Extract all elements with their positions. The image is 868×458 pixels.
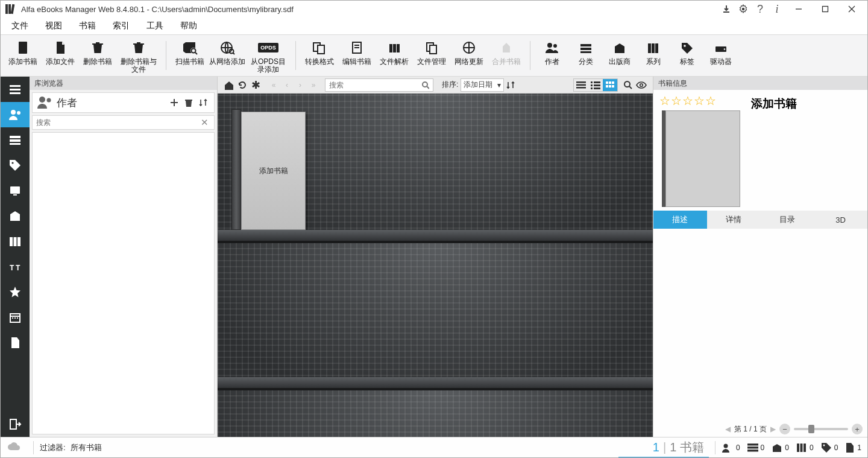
convert-format-button[interactable]: 转换格式	[301, 37, 338, 74]
stat-series[interactable]: 0	[796, 442, 814, 453]
svg-rect-87	[797, 444, 799, 452]
delete-author-button[interactable]	[181, 93, 196, 112]
home-button[interactable]	[222, 78, 236, 92]
add-from-opds-button[interactable]: OPDS从OPDS目 录添加	[246, 37, 291, 74]
book-shelf-view[interactable]: 添加书籍	[218, 94, 653, 437]
add-book-button[interactable]: 添加书籍	[4, 37, 42, 74]
tab-toc[interactable]: 目录	[761, 211, 814, 229]
view-details-button[interactable]	[588, 79, 603, 91]
tab-description[interactable]: 描述	[653, 211, 707, 229]
browser-search-input[interactable]	[36, 118, 199, 127]
iconbar-publishers[interactable]	[1, 203, 30, 229]
edit-book-button[interactable]: 编辑书籍	[338, 37, 376, 74]
download-icon[interactable]	[718, 1, 735, 17]
menu-view[interactable]: 视图	[37, 17, 71, 34]
stat-publishers[interactable]: 0	[772, 442, 789, 453]
sort-select[interactable]: 添加日期▾	[461, 78, 504, 92]
stat-categories[interactable]: 0	[747, 443, 765, 453]
window-maximize[interactable]	[812, 1, 838, 17]
tags-button[interactable]: 标签	[670, 37, 704, 74]
publishers-button[interactable]: 出版商	[603, 37, 637, 74]
browser-search-box[interactable]: ✕	[32, 115, 215, 130]
pager-next-icon[interactable]: ▶	[770, 425, 776, 433]
series-button[interactable]: 系列	[637, 37, 670, 74]
iconbar-tags[interactable]	[1, 153, 30, 178]
file-parse-button[interactable]: 文件解析	[376, 37, 413, 74]
svg-point-3	[742, 8, 745, 11]
filter-value[interactable]: 所有书籍	[71, 442, 102, 453]
delete-book-file-button[interactable]: 删除书籍与 文件	[116, 37, 161, 74]
svg-rect-78	[609, 85, 611, 87]
nav-next-button[interactable]: ›	[294, 78, 307, 92]
sort-authors-button[interactable]	[196, 93, 210, 112]
star-button[interactable]: ✱	[249, 78, 262, 92]
menu-bar: 文件 视图 书籍 索引 工具 帮助	[1, 17, 867, 34]
view-list-button[interactable]	[574, 79, 588, 91]
app-logo-icon	[4, 2, 17, 16]
book-item[interactable]: 添加书籍	[231, 109, 306, 230]
menu-index[interactable]: 索引	[104, 17, 138, 34]
help-icon[interactable]: ?	[752, 1, 769, 17]
iconbar-text[interactable]: TT	[1, 254, 30, 279]
info-book-cover[interactable]	[665, 110, 740, 207]
iconbar-series[interactable]	[1, 229, 30, 254]
title-bar: Alfa eBooks Manager Web 8.4.80.1 - C:\Us…	[1, 1, 867, 17]
add-from-web-button[interactable]: 从网络添加	[209, 37, 246, 74]
settings-icon[interactable]	[735, 1, 752, 17]
view-grid-button[interactable]	[603, 79, 617, 91]
svg-rect-32	[652, 43, 655, 53]
tab-details[interactable]: 详情	[707, 211, 761, 229]
visibility-button[interactable]	[635, 78, 648, 92]
refresh-button[interactable]	[236, 78, 249, 92]
sort-direction-button[interactable]	[504, 78, 517, 92]
drives-button[interactable]: 驱动器	[704, 37, 738, 74]
delete-book-button[interactable]: 删除书籍	[79, 37, 116, 74]
web-update-button[interactable]: 网络更新	[450, 37, 488, 74]
iconbar-menu[interactable]	[1, 77, 30, 102]
zoom-slider[interactable]	[794, 428, 848, 430]
window-close[interactable]	[838, 1, 865, 17]
scan-books-button[interactable]: 扫描书籍	[171, 37, 209, 74]
categories-button[interactable]: 分类	[569, 37, 603, 74]
iconbar-favorites[interactable]	[1, 279, 30, 305]
svg-rect-73	[594, 87, 600, 89]
stat-authors[interactable]: 0	[722, 442, 740, 453]
tab-3d[interactable]: 3D	[814, 211, 867, 229]
nav-prev-button[interactable]: ‹	[280, 78, 294, 92]
menu-file[interactable]: 文件	[3, 17, 37, 34]
add-file-button[interactable]: 添加文件	[42, 37, 79, 74]
iconbar-authors[interactable]	[1, 102, 30, 127]
browser-list[interactable]	[32, 132, 215, 434]
nav-last-button[interactable]: »	[307, 78, 320, 92]
stat-tags[interactable]: 0	[821, 442, 838, 453]
zoom-out-button[interactable]: −	[779, 424, 790, 434]
svg-point-59	[39, 97, 45, 103]
window-minimize[interactable]	[785, 1, 812, 17]
left-iconbar: TT	[1, 77, 30, 437]
cloud-icon[interactable]	[7, 441, 21, 454]
iconbar-devices[interactable]	[1, 178, 30, 203]
iconbar-categories[interactable]	[1, 127, 30, 153]
zoom-button[interactable]	[621, 78, 635, 92]
file-manage-button[interactable]: 文件管理	[413, 37, 450, 74]
svg-rect-74	[606, 81, 608, 84]
main-search-input[interactable]	[329, 81, 421, 89]
zoom-in-button[interactable]: +	[852, 424, 863, 434]
nav-first-button[interactable]: «	[267, 78, 280, 92]
rating-stars[interactable]: ☆☆☆☆☆	[659, 94, 740, 108]
pager-prev-icon[interactable]: ◀	[725, 425, 731, 433]
authors-button[interactable]: 作者	[535, 37, 569, 74]
main-toolbar: 添加书籍 添加文件 删除书籍 删除书籍与 文件 扫描书籍 从网络添加 OPDS从…	[1, 34, 867, 77]
stat-files[interactable]: 1	[845, 442, 861, 453]
menu-books[interactable]: 书籍	[71, 17, 104, 34]
menu-help[interactable]: 帮助	[172, 17, 206, 34]
add-author-button[interactable]	[167, 93, 181, 112]
info-icon[interactable]: i	[769, 1, 785, 17]
clear-search-icon[interactable]: ✕	[199, 117, 210, 128]
iconbar-exit[interactable]	[1, 412, 30, 437]
main-search-box[interactable]	[325, 78, 433, 92]
menu-tools[interactable]: 工具	[138, 17, 172, 34]
iconbar-files[interactable]	[1, 330, 30, 355]
iconbar-calendar[interactable]	[1, 305, 30, 330]
svg-rect-65	[576, 81, 586, 83]
